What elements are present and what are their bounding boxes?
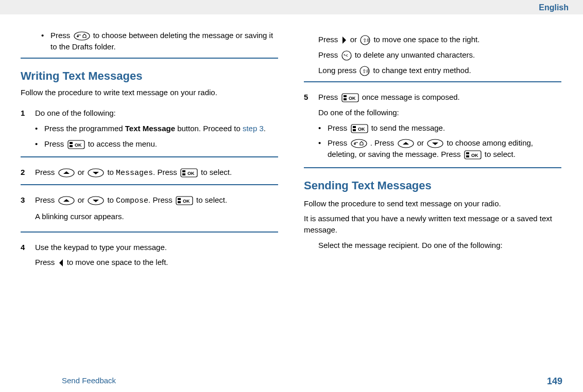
s4-p1-post: to move one space to the left. — [67, 258, 168, 266]
s1b2-pre: Press — [44, 139, 66, 148]
s1b1-post: button. Proceed to — [175, 124, 243, 133]
s3-t3: to — [107, 195, 116, 204]
s2-t2: or — [78, 168, 87, 176]
up-button-icon — [398, 139, 414, 148]
separator — [304, 167, 561, 168]
step-num: 2 — [21, 167, 35, 178]
s1b2-post: to access the menu. — [88, 139, 157, 148]
intro-pre: Press — [50, 31, 73, 40]
s1b1-pre: Press the programmed — [44, 124, 125, 133]
up-button-icon — [58, 168, 75, 177]
separator — [21, 231, 278, 233]
s2-t3: to — [107, 168, 116, 176]
s2-t5: to select. — [201, 168, 232, 176]
s5b1-pre: Press — [328, 123, 350, 132]
header-bar: English — [0, 0, 583, 14]
s5-t2: once message is composed. — [362, 93, 460, 101]
section-writing-title: Writing Text Messages — [21, 68, 278, 84]
circle-hash-icon — [359, 66, 370, 76]
s3-extra: A blinking cursor appears. — [35, 211, 278, 222]
ok-button-icon — [180, 168, 198, 177]
step3-link[interactable]: step 3 — [243, 124, 264, 133]
s3-t1: Press — [35, 195, 57, 204]
step-num: 4 — [21, 242, 35, 253]
s4-p1-pre: Press — [35, 258, 57, 266]
s5-t3: Do one of the following: — [318, 107, 561, 118]
s5b2-p2: . Press — [370, 138, 397, 147]
step-num: 5 — [304, 92, 318, 103]
down-button-icon — [88, 196, 104, 205]
separator — [21, 58, 278, 59]
ok-button-icon — [176, 196, 193, 205]
page-number: 149 — [547, 376, 562, 387]
s3-t5: to select. — [196, 195, 227, 204]
step1-bullet2: • Press to access the menu. — [35, 138, 278, 150]
language-label: English — [539, 3, 569, 12]
section-sending-body: Select the message recipient. Do one of … — [304, 240, 561, 251]
s1b1-bold: Text Message — [125, 124, 175, 133]
separator — [21, 156, 278, 157]
s3-mono: Compose — [116, 197, 148, 205]
r1-post: to move one space to the right. — [373, 35, 479, 44]
return-home-icon — [351, 139, 367, 148]
ok-button-icon — [67, 140, 85, 149]
s5-t1: Press — [318, 93, 340, 101]
step-4: 4 Use the keypad to type your message. P… — [21, 242, 278, 273]
page-content: • Press to choose between deleting the m… — [0, 14, 583, 275]
s3-t2: or — [78, 195, 87, 204]
step-5: 5 Press once message is composed. Do one… — [304, 92, 561, 162]
step1-text: Do one of the following: — [35, 108, 278, 119]
section-sending-intro: Follow the procedure to send text messag… — [304, 198, 561, 209]
r2-post: to delete any unwanted characters. — [355, 50, 475, 59]
ok-button-icon — [351, 124, 368, 133]
step1-bullet1: • Press the programmed Text Message butt… — [35, 123, 278, 134]
r3-post: to change text entry method. — [373, 66, 471, 75]
send-feedback-link[interactable]: Send Feedback — [62, 376, 116, 387]
section-writing-intro: Follow the procedure to write text messa… — [21, 87, 278, 98]
step-2: 2 Press or to Messages. Press to select. — [21, 167, 278, 179]
step-1: 1 Do one of the following: • Press the p… — [21, 108, 278, 151]
ok-button-icon — [464, 150, 482, 159]
left-column: • Press to choose between deleting the m… — [21, 30, 278, 275]
footer: Send Feedback 149 — [0, 376, 583, 387]
down-button-icon — [427, 139, 443, 148]
step5-bullet2: • Press . Press or to choose among editi… — [318, 137, 561, 160]
intro-bullet: • Press to choose between deleting the m… — [21, 30, 278, 52]
r3-pre: Long press — [318, 66, 358, 75]
step-num: 1 — [21, 108, 35, 119]
arrow-right-icon — [341, 36, 347, 44]
step-num: 3 — [21, 194, 35, 206]
arrow-left-icon — [58, 259, 64, 267]
s2-t4: . Press — [153, 168, 179, 176]
circle-star-icon — [341, 50, 352, 61]
s1b1-end: . — [264, 124, 266, 133]
r2-pre: Press — [318, 50, 340, 59]
separator — [304, 81, 561, 82]
s2-t1: Press — [35, 168, 57, 176]
s5b2-p3: or — [417, 138, 426, 147]
r1-mid: or — [350, 35, 359, 44]
s5b2-p5: to select. — [485, 150, 516, 158]
return-home-icon — [74, 31, 90, 41]
bullet-dot: • — [41, 30, 50, 41]
ok-button-icon — [341, 93, 359, 102]
s2-mono: Messages — [116, 169, 153, 177]
s3-t4: . Press — [148, 195, 175, 204]
up-button-icon — [58, 196, 75, 205]
section-sending-title: Sending Text Messages — [304, 177, 561, 194]
r1-pre: Press — [318, 35, 340, 44]
separator — [21, 184, 278, 185]
s5b2-p1: Press — [328, 138, 350, 147]
circle-hash-icon — [360, 35, 370, 45]
s5b1-post: to send the message. — [371, 123, 445, 132]
step5-bullet1: • Press to send the message. — [318, 122, 561, 134]
down-button-icon — [88, 168, 104, 177]
right-column: Press or to move one space to the right.… — [304, 30, 561, 275]
step-3: 3 Press or to Compose. Press to select. … — [21, 194, 278, 226]
section-sending-note: It is assumed that you have a newly writ… — [304, 213, 561, 236]
s4-text: Use the keypad to type your message. — [35, 242, 278, 253]
